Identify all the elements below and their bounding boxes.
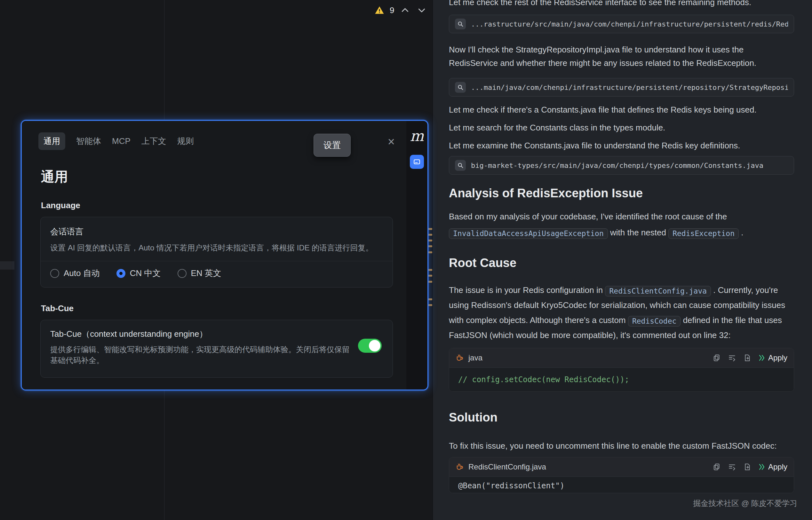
chat-message: Let me search for the Constants class in…: [449, 121, 794, 134]
scrollbar-change-marker: [428, 245, 432, 247]
tab-context[interactable]: 上下文: [142, 132, 167, 150]
radio-circle-selected-icon: [117, 269, 125, 278]
chat-message-rich: Based on my analysis of your codebase, I…: [449, 209, 794, 240]
toggle-knob: [369, 340, 380, 352]
scrollbar-change-marker: [428, 304, 432, 306]
code-line: @Bean("redissonClient"): [458, 481, 564, 490]
editor-line-highlight: [0, 261, 15, 269]
problems-indicator-bar: 9: [374, 3, 427, 17]
code-block-body: @Bean("redissonClient"): [449, 477, 794, 493]
language-card: 会话语言 设置 AI 回复的默认语言，Auto 情况下若用户对话时未指定语言，将…: [40, 217, 393, 287]
scrollbar-change-marker: [428, 228, 432, 230]
java-cup-icon: [456, 354, 464, 362]
apply-button[interactable]: Apply: [758, 354, 787, 362]
scrollbar-change-marker: [428, 251, 432, 253]
radio-en[interactable]: EN 英文: [178, 268, 221, 279]
insert-to-file-icon[interactable]: [742, 353, 752, 363]
section-heading-solution: Solution: [449, 410, 794, 425]
language-section-label: Language: [41, 201, 406, 210]
settings-panel: 通用 智能体 MCP 上下文 规则 设置 × 通用 Language 会话语言 …: [22, 121, 406, 390]
scrollbar-change-marker: [428, 298, 432, 300]
file-path: big-market-types/src/main/java/com/chenp…: [471, 161, 763, 170]
next-result-button[interactable]: [416, 4, 427, 16]
tab-agents[interactable]: 智能体: [76, 132, 101, 150]
inline-code: InvalidDataAccessApiUsageException: [449, 228, 608, 239]
radio-auto[interactable]: Auto 自动: [50, 268, 100, 279]
code-block-header: java Apply: [449, 348, 794, 368]
chat-message: Let me examine the Constants.java file t…: [449, 139, 794, 152]
settings-tooltip-button[interactable]: 设置: [313, 134, 351, 157]
chat-message: To fix this issue, you need to uncomment…: [449, 439, 794, 452]
apply-icon: [758, 463, 766, 471]
scrollbar-change-marker: [428, 239, 432, 241]
code-block-file: RedisClientConfig.java Apply @Bean("redi…: [449, 457, 794, 493]
scrollbar-change-marker: [428, 234, 432, 236]
text-part: with the nested: [608, 228, 668, 237]
apply-button[interactable]: Apply: [758, 463, 787, 471]
tabcue-toggle[interactable]: [358, 339, 382, 353]
close-icon[interactable]: ×: [388, 136, 395, 148]
search-icon: [455, 160, 466, 171]
radio-circle-icon: [50, 269, 59, 278]
tab-rules[interactable]: 规则: [177, 132, 194, 150]
code-block-java: java Apply // config.setCodec(new RedisC…: [449, 348, 794, 392]
apply-label: Apply: [768, 354, 787, 362]
chat-panel-icon[interactable]: [410, 155, 424, 169]
inline-code: RedisException: [668, 228, 739, 239]
tabcue-card: Tab-Cue（context understanding engine） 提供…: [40, 320, 393, 378]
code-block-header: RedisClientConfig.java Apply: [449, 457, 794, 477]
text-part: Based on my analysis of your codebase, I…: [449, 212, 729, 221]
previous-result-button[interactable]: [399, 4, 411, 16]
file-reference-pill[interactable]: big-market-types/src/main/java/com/chenp…: [449, 156, 794, 175]
radio-circle-icon: [178, 269, 186, 278]
dialog-side-rail: m: [406, 121, 427, 390]
scrollbar-change-marker: [428, 269, 432, 271]
tabcue-card-description: 提供多行编辑、智能改写和光标预测功能，实现更高级的代码辅助体验。关闭后将仅保留基…: [50, 344, 351, 366]
language-options: Auto 自动 CN 中文 EN 英文: [50, 261, 383, 285]
code-filename-label: RedisClientConfig.java: [468, 463, 546, 471]
language-card-description: 设置 AI 回复的默认语言，Auto 情况下若用户对话时未指定语言，将根据 ID…: [50, 242, 383, 253]
insert-at-cursor-icon[interactable]: [727, 462, 737, 472]
settings-dialog: 通用 智能体 MCP 上下文 规则 设置 × 通用 Language 会话语言 …: [21, 120, 428, 390]
text-part: .: [739, 228, 743, 237]
scrollbar-change-marker: [428, 281, 432, 283]
apply-label: Apply: [768, 463, 787, 471]
search-icon: [455, 19, 466, 29]
insert-at-cursor-icon[interactable]: [727, 353, 737, 363]
inline-code: RedisCodec: [628, 316, 681, 327]
file-reference-pill[interactable]: ...main/java/com/chenpi/infrastructure/p…: [449, 78, 794, 97]
marscode-logo: m: [410, 129, 424, 143]
search-icon: [455, 82, 466, 93]
code-language-label: java: [468, 354, 482, 362]
watermark: 掘金技术社区 @ 陈皮不爱学习: [693, 498, 797, 509]
file-reference-pill[interactable]: ...rastructure/src/main/java/com/chenpi/…: [449, 15, 794, 33]
radio-cn[interactable]: CN 中文: [117, 268, 161, 279]
copy-icon[interactable]: [712, 462, 721, 472]
insert-to-file-icon[interactable]: [742, 462, 752, 472]
dialog-title: 通用: [41, 168, 406, 186]
language-card-title: 会话语言: [50, 226, 383, 237]
tabcue-section-label: Tab-Cue: [41, 304, 406, 313]
inline-code: RedisClientConfig.java: [605, 286, 711, 296]
tab-mcp[interactable]: MCP: [112, 133, 130, 149]
ai-chat-panel: Let me check the rest of the RedisServic…: [433, 0, 812, 520]
section-heading-analysis: Analysis of RedisException Issue: [449, 185, 794, 201]
chat-message: Let me check the rest of the RedisServic…: [449, 0, 794, 9]
scrollbar-change-marker: [428, 275, 432, 277]
text-part: The issue is in your Redis configuration…: [449, 285, 605, 295]
chat-message: Let me check if there's a Constants.java…: [449, 103, 794, 116]
chat-message: Now I'll check the StrategyRepositoryImp…: [449, 43, 794, 70]
tabcue-card-title: Tab-Cue（context understanding engine）: [50, 329, 383, 340]
file-path: ...rastructure/src/main/java/com/chenpi/…: [471, 20, 788, 28]
warning-count: 9: [390, 5, 394, 15]
warning-icon: [374, 5, 385, 15]
section-heading-root-cause: Root Cause: [449, 255, 794, 270]
code-line: // config.setCodec(new RedisCodec());: [458, 375, 629, 384]
tab-general[interactable]: 通用: [39, 132, 65, 150]
apply-icon: [758, 354, 766, 362]
file-path: ...main/java/com/chenpi/infrastructure/p…: [471, 83, 788, 92]
copy-icon[interactable]: [712, 353, 721, 363]
java-cup-icon: [456, 463, 464, 471]
chat-message-rich: The issue is in your Redis configuration…: [449, 283, 794, 343]
code-block-body: // config.setCodec(new RedisCodec());: [449, 368, 794, 391]
